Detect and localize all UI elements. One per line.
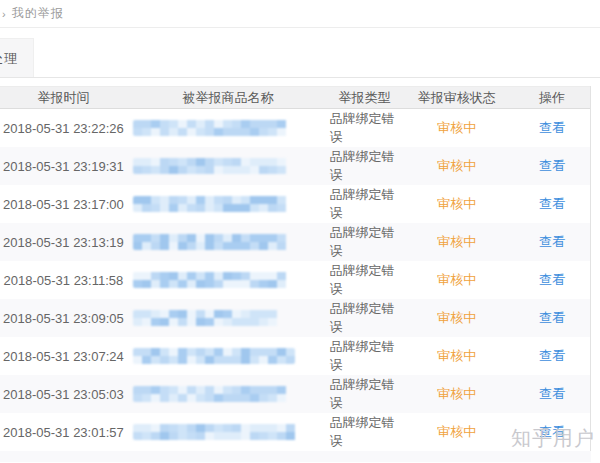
table-row: 2018-05-31 23:01:57 品牌绑定错误 审核中 查看 <box>0 413 590 451</box>
redacted-product-name <box>133 234 290 250</box>
view-link[interactable]: 查看 <box>539 233 565 251</box>
reported-product-cell <box>127 337 330 375</box>
action-cell: 查看 <box>514 223 590 261</box>
column-header-report-type: 举报类型 <box>329 87 399 108</box>
tab-report-handling[interactable]: 处理 <box>0 38 34 78</box>
report-time: 2018-05-31 23:01:57 <box>0 413 127 451</box>
breadcrumb-current[interactable]: 我的举报 <box>12 5 64 22</box>
view-link[interactable]: 查看 <box>539 309 565 327</box>
table-row: 2018-05-31 23:11:58 品牌绑定错误 审核中 查看 <box>0 261 590 299</box>
view-link[interactable]: 查看 <box>539 347 565 365</box>
report-time: 2018-05-31 23:07:24 <box>0 337 127 375</box>
report-type: 品牌绑定错误 <box>329 261 399 299</box>
action-cell: 查看 <box>514 375 590 413</box>
reported-product-cell <box>127 109 330 147</box>
review-status-badge: 审核中 <box>399 223 514 261</box>
reports-table: 举报时间 被举报商品名称 举报类型 举报审核状态 操作 2018-05-31 2… <box>0 86 591 462</box>
review-status-badge: 审核中 <box>399 299 514 337</box>
table-row: 2018-05-31 23:17:00 品牌绑定错误 审核中 查看 <box>0 185 590 223</box>
reported-product-cell <box>127 375 330 413</box>
review-status-badge: 审核中 <box>399 261 514 299</box>
report-type: 品牌绑定错误 <box>329 147 399 185</box>
report-type: 品牌绑定错误 <box>329 375 399 413</box>
view-link[interactable]: 查看 <box>539 385 565 403</box>
redacted-product-name <box>133 272 289 288</box>
view-link[interactable]: 查看 <box>539 423 565 441</box>
action-cell: 查看 <box>514 337 590 375</box>
reported-product-cell <box>127 185 330 223</box>
review-status-badge: 审核中 <box>399 185 514 223</box>
report-time: 2018-05-31 23:11:58 <box>0 261 127 299</box>
review-status-badge: 审核中 <box>399 109 514 147</box>
report-time: 2018-05-31 23:22:26 <box>0 109 127 147</box>
action-cell: 查看 <box>514 109 590 147</box>
view-link[interactable]: 查看 <box>539 195 565 213</box>
view-link[interactable]: 查看 <box>539 157 565 175</box>
table-row: 2018-05-31 23:09:05 品牌绑定错误 审核中 查看 <box>0 299 590 337</box>
my-reports-page: › 我的举报 处理 举报时间 被举报商品名称 举报类型 举报审核状态 操作 20… <box>0 0 600 463</box>
review-status-badge: 审核中 <box>399 413 514 451</box>
redacted-product-name <box>133 386 294 402</box>
reported-product-cell <box>127 147 330 185</box>
report-type: 品牌绑定错误 <box>329 109 399 147</box>
breadcrumb: › 我的举报 <box>0 0 600 28</box>
report-time: 2018-05-31 23:05:03 <box>0 375 127 413</box>
view-link[interactable]: 查看 <box>539 271 565 289</box>
redacted-product-name <box>133 348 295 364</box>
table-row: 2018-05-31 23:13:19 品牌绑定错误 审核中 查看 <box>0 223 590 261</box>
action-cell: 查看 <box>514 299 590 337</box>
report-time: 2018-05-31 23:09:05 <box>0 299 127 337</box>
report-time: 2018-05-31 23:17:00 <box>0 185 127 223</box>
table-row: 2018-05-31 23:05:03 品牌绑定错误 审核中 查看 <box>0 375 590 413</box>
reported-product-cell <box>127 299 330 337</box>
report-time: 2018-05-31 23:13:19 <box>0 223 127 261</box>
table-body: 2018-05-31 23:22:26 品牌绑定错误 审核中 查看 2018-0… <box>0 109 590 451</box>
redacted-product-name <box>133 424 302 440</box>
review-status-badge: 审核中 <box>399 337 514 375</box>
action-cell: 查看 <box>514 185 590 223</box>
report-time: 2018-05-31 23:19:31 <box>0 147 127 185</box>
action-cell: 查看 <box>514 413 590 451</box>
reported-product-cell <box>127 223 330 261</box>
redacted-product-name <box>133 158 287 174</box>
redacted-product-name <box>133 310 284 326</box>
report-type: 品牌绑定错误 <box>329 413 399 451</box>
redacted-product-name <box>133 196 291 212</box>
review-status-badge: 审核中 <box>399 375 514 413</box>
report-type: 品牌绑定错误 <box>329 299 399 337</box>
view-link[interactable]: 查看 <box>539 119 565 137</box>
action-cell: 查看 <box>514 147 590 185</box>
table-row: 2018-05-31 23:07:24 品牌绑定错误 审核中 查看 <box>0 337 590 375</box>
report-type: 品牌绑定错误 <box>329 337 399 375</box>
column-header-product-name: 被举报商品名称 <box>127 87 330 108</box>
breadcrumb-separator-icon: › <box>2 8 6 20</box>
next-row-partial-stripe <box>0 451 591 462</box>
report-type: 品牌绑定错误 <box>329 185 399 223</box>
table-row: 2018-05-31 23:22:26 品牌绑定错误 审核中 查看 <box>0 109 590 147</box>
action-cell: 查看 <box>514 261 590 299</box>
reported-product-cell <box>127 413 330 451</box>
column-header-review-status: 举报审核状态 <box>399 87 514 108</box>
tab-bar: 处理 <box>0 28 600 78</box>
table-row: 2018-05-31 23:19:31 品牌绑定错误 审核中 查看 <box>0 147 590 185</box>
table-header-row: 举报时间 被举报商品名称 举报类型 举报审核状态 操作 <box>0 86 590 109</box>
report-type: 品牌绑定错误 <box>329 223 399 261</box>
review-status-badge: 审核中 <box>399 147 514 185</box>
column-header-report-time: 举报时间 <box>0 87 127 108</box>
reported-product-cell <box>127 261 330 299</box>
redacted-product-name <box>133 120 291 136</box>
column-header-action: 操作 <box>514 87 590 108</box>
